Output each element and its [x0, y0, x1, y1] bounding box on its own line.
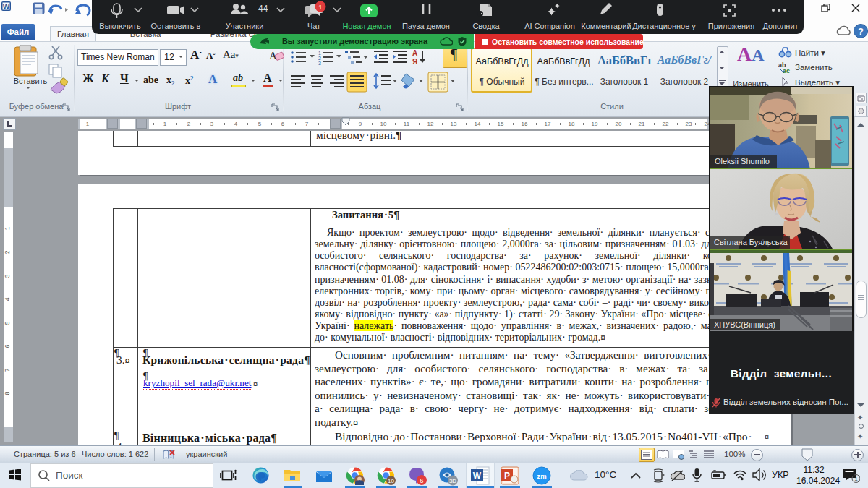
svg-text:Oleksii Shumilo: Oleksii Shumilo: [715, 157, 770, 166]
svg-text:3: 3: [318, 61, 321, 66]
svg-text:ac: ac: [783, 67, 790, 73]
svg-text:1: 1: [854, 476, 858, 482]
svg-text:10: 10: [388, 478, 394, 484]
svg-text:W: W: [473, 471, 482, 481]
svg-text:P: P: [504, 471, 510, 481]
svg-text:ХНУВС(Вінниця): ХНУВС(Вінниця): [714, 320, 775, 329]
svg-text:2: 2: [318, 56, 321, 61]
svg-text:1: 1: [318, 51, 321, 56]
svg-text:zm: zm: [537, 472, 546, 480]
svg-text:44: 44: [258, 4, 268, 14]
svg-text:1: 1: [318, 3, 322, 11]
svg-text:3D: 3D: [449, 478, 456, 484]
svg-text:Я: Я: [412, 58, 417, 66]
svg-text:6: 6: [420, 476, 423, 484]
svg-text:А: А: [412, 49, 417, 57]
svg-text:Світлана Буяльська: Світлана Буяльська: [714, 238, 788, 247]
